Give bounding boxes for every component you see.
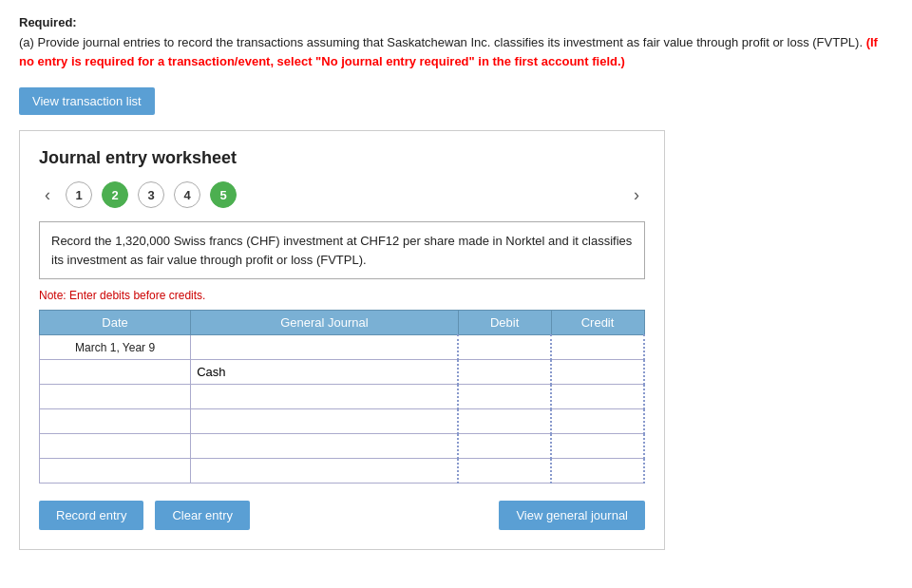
table-row-date-0: March 1, Year 9 bbox=[40, 335, 191, 360]
record-entry-button[interactable]: Record entry bbox=[39, 501, 143, 530]
step-2[interactable]: 2 bbox=[102, 181, 128, 208]
table-row-credit-3[interactable] bbox=[551, 409, 644, 434]
credit-input-4[interactable] bbox=[558, 439, 637, 453]
account-input-5[interactable] bbox=[197, 464, 451, 478]
account-input-1[interactable] bbox=[197, 365, 451, 379]
debit-input-1[interactable] bbox=[465, 365, 544, 379]
nav-row: ‹ 1 2 3 4 5 › bbox=[39, 181, 645, 208]
debit-input-3[interactable] bbox=[465, 414, 544, 428]
credit-input-2[interactable] bbox=[558, 389, 637, 404]
table-row-account-3[interactable] bbox=[191, 409, 459, 434]
account-input-2[interactable] bbox=[197, 389, 451, 404]
table-row-debit-1[interactable] bbox=[458, 360, 551, 385]
account-input-3[interactable] bbox=[197, 414, 451, 428]
col-credit: Credit bbox=[551, 311, 644, 335]
table-row-debit-5[interactable] bbox=[458, 459, 551, 484]
table-row-debit-3[interactable] bbox=[458, 409, 551, 434]
table-row-account-2[interactable] bbox=[191, 385, 459, 409]
credit-input-1[interactable] bbox=[558, 365, 637, 379]
debit-input-0[interactable] bbox=[465, 340, 544, 354]
col-debit: Debit bbox=[458, 311, 551, 335]
table-row-credit-2[interactable] bbox=[551, 385, 644, 409]
table-row-date-4 bbox=[40, 434, 191, 459]
debit-input-2[interactable] bbox=[465, 389, 544, 404]
step-3[interactable]: 3 bbox=[138, 181, 164, 208]
next-arrow[interactable]: › bbox=[628, 183, 645, 207]
note-text: Note: Enter debits before credits. bbox=[39, 289, 645, 302]
table-row-account-5[interactable] bbox=[191, 459, 459, 484]
col-date: Date bbox=[40, 311, 191, 335]
description-box: Record the 1,320,000 Swiss francs (CHF) … bbox=[39, 221, 645, 279]
table-row-account-4[interactable] bbox=[191, 434, 459, 459]
credit-input-3[interactable] bbox=[558, 414, 637, 428]
debit-input-4[interactable] bbox=[465, 439, 544, 453]
credit-input-0[interactable] bbox=[558, 340, 637, 354]
step-1[interactable]: 1 bbox=[66, 181, 92, 208]
table-row-date-5 bbox=[40, 459, 191, 484]
bottom-buttons: Record entry Clear entry View general jo… bbox=[39, 501, 645, 530]
account-input-0[interactable] bbox=[197, 340, 451, 354]
required-section: Required: (a) Provide journal entries to… bbox=[19, 15, 893, 70]
required-body: (a) Provide journal entries to record th… bbox=[19, 33, 893, 70]
clear-entry-button[interactable]: Clear entry bbox=[155, 501, 250, 530]
credit-input-5[interactable] bbox=[558, 464, 637, 478]
debit-input-5[interactable] bbox=[465, 464, 544, 478]
view-general-journal-button[interactable]: View general journal bbox=[499, 501, 645, 530]
account-input-4[interactable] bbox=[197, 439, 451, 453]
table-row-date-2 bbox=[40, 385, 191, 409]
table-row-date-1 bbox=[40, 360, 191, 385]
journal-table: Date General Journal Debit Credit March … bbox=[39, 310, 645, 484]
prev-arrow[interactable]: ‹ bbox=[39, 183, 56, 207]
table-row-account-1[interactable] bbox=[191, 360, 459, 385]
worksheet-container: Journal entry worksheet ‹ 1 2 3 4 5 › Re… bbox=[19, 130, 665, 550]
table-row-credit-1[interactable] bbox=[551, 360, 644, 385]
step-5[interactable]: 5 bbox=[210, 181, 237, 208]
view-transaction-button[interactable]: View transaction list bbox=[19, 87, 155, 115]
required-title: Required: bbox=[19, 15, 893, 29]
table-row-credit-5[interactable] bbox=[551, 459, 644, 484]
table-row-account-0[interactable] bbox=[191, 335, 459, 360]
table-row-credit-4[interactable] bbox=[551, 434, 644, 459]
table-row-date-3 bbox=[40, 409, 191, 434]
worksheet-title: Journal entry worksheet bbox=[39, 148, 645, 168]
required-body-part1: (a) Provide journal entries to record th… bbox=[19, 35, 863, 49]
table-row-debit-2[interactable] bbox=[458, 385, 551, 409]
table-row-debit-0[interactable] bbox=[458, 335, 551, 360]
step-4[interactable]: 4 bbox=[174, 181, 200, 208]
col-general-journal: General Journal bbox=[191, 311, 459, 335]
table-row-debit-4[interactable] bbox=[458, 434, 551, 459]
table-row-credit-0[interactable] bbox=[551, 335, 644, 360]
